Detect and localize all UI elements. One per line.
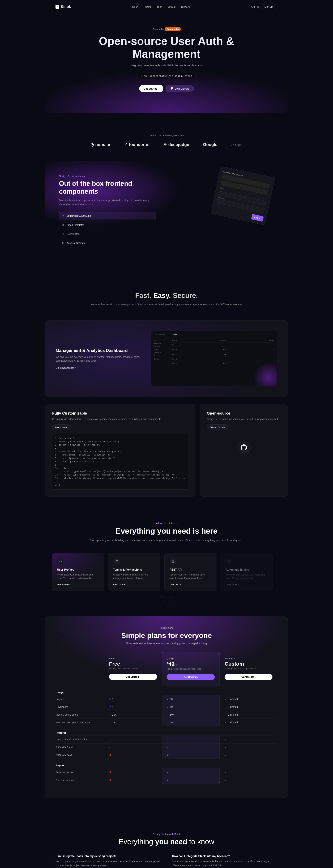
learn-more-link[interactable]: Learn More › bbox=[113, 583, 126, 586]
check-icon: ✓ bbox=[167, 706, 169, 708]
main-header: ≡ Stack Docs Pricing Blog Github Discord… bbox=[35, 0, 298, 13]
pricing-row: On-prem support✗✗✓ bbox=[56, 776, 277, 784]
customizable-card: Fully Customizable Customize on differen… bbox=[45, 404, 196, 497]
plan-free-button[interactable]: Get Started › bbox=[109, 674, 157, 680]
check-icon: ✓ bbox=[109, 706, 111, 708]
pricing-row: SSO with OAuth✓ ✓ ✓ bbox=[56, 743, 277, 751]
mail-icon: ✉ bbox=[226, 558, 233, 565]
pricing-cell: ✓ 1 bbox=[104, 703, 162, 711]
check-icon: ✓ bbox=[109, 746, 111, 749]
components-content: Next.js, React, and more Out of the box … bbox=[59, 175, 156, 247]
faq-answer: Yes! It is very straightforward! Stack d… bbox=[56, 860, 161, 867]
mail-icon: ✉ bbox=[62, 224, 65, 226]
pricing-cell: ✓ 1 bbox=[104, 695, 162, 703]
join-discord-button[interactable]: 💬 Join Discord bbox=[166, 85, 194, 92]
everything-eyebrow: All-in-one platform bbox=[83, 522, 250, 525]
hero-section: Backed by Combinator Open-source User Au… bbox=[45, 13, 288, 113]
yc-badge: Combinator bbox=[165, 27, 180, 31]
cross-icon: ✗ bbox=[167, 754, 169, 756]
install-command[interactable]: $ npx @stackframe/init-stack@latest bbox=[137, 72, 195, 79]
pricing-row-label: Developers bbox=[56, 703, 104, 711]
plan-growth-button[interactable]: Get Started › bbox=[167, 674, 215, 680]
logo[interactable]: ≡ Stack bbox=[56, 4, 71, 9]
pricing-cell: ✓ bbox=[220, 768, 277, 776]
pricing-cell: ✓ 10K bbox=[104, 711, 162, 718]
nav-blog[interactable]: Blog bbox=[157, 5, 162, 8]
logo-icon: ≡ bbox=[56, 5, 59, 9]
client-logos: ◔ nunu.ai ⚐ founderful ⚘ deepjudge Googl… bbox=[0, 142, 333, 147]
plan-enterprise-button[interactable]: Contact Us › bbox=[225, 674, 272, 680]
dashboard-desc: We give you the overview you always want… bbox=[56, 355, 144, 363]
pricing-section-label: Support bbox=[56, 759, 277, 768]
pricing-row-label: Custom SSO/OAuth branding bbox=[56, 736, 104, 743]
trusted-label: Used and trusted by engineers from bbox=[0, 134, 333, 136]
dashboard-card: Management & Analytics Dashboard We give… bbox=[45, 320, 288, 397]
cross-icon: ✗ bbox=[109, 771, 111, 774]
get-started-button[interactable]: Get Started › bbox=[139, 85, 163, 92]
nav-pricing[interactable]: Pricing bbox=[144, 5, 152, 8]
signin-link[interactable]: Sign in bbox=[251, 5, 259, 8]
pricing-desc: Either self-host for free, or use our re… bbox=[56, 642, 277, 645]
carousel-controls: ‹ › bbox=[0, 596, 333, 602]
opensource-desc: Own your user data, no vendor lock-in, s… bbox=[207, 417, 281, 421]
check-icon: ✓ bbox=[225, 706, 227, 708]
star-github-button[interactable]: Star on GitHub › bbox=[207, 425, 229, 430]
mock-login-button: Log In bbox=[251, 214, 264, 222]
check-icon: ✓ bbox=[225, 721, 227, 724]
everything-section: All-in-one platform Everything you need … bbox=[80, 501, 253, 553]
pricing-row: Projects✓ 1✓ 30✓ Unlimited bbox=[56, 695, 277, 703]
tab-email-templates[interactable]: ✉ Email Templates bbox=[59, 221, 156, 228]
pricing-row-label: Monthly active users bbox=[56, 711, 104, 718]
opensource-title: Open-source bbox=[207, 411, 281, 415]
signup-button[interactable]: Sign up ▾ bbox=[262, 4, 277, 9]
faq-item: How can I integrate Stack into my backen… bbox=[172, 855, 277, 867]
pricing-cell: ✓ Unlimited bbox=[220, 695, 277, 703]
nav-github[interactable]: Github bbox=[168, 5, 175, 8]
pricing-cell: ✓ bbox=[162, 744, 220, 751]
learn-more-button[interactable]: Learn More › bbox=[52, 425, 71, 430]
logo-deepjudge: ⚘ deepjudge bbox=[163, 142, 189, 147]
pricing-cell: ✗ bbox=[104, 776, 162, 784]
plan-growth: Growth $49/mo For growing startups and b… bbox=[162, 652, 220, 686]
tab-login[interactable]: ↪ Login with OAuth/Email bbox=[59, 212, 156, 219]
faq-question: Can I integrate Stack into my existing p… bbox=[56, 855, 161, 858]
discord-icon: 💬 bbox=[170, 87, 174, 90]
faq-item: Can I integrate Stack into my existing p… bbox=[56, 855, 161, 867]
plan-enterprise: Enterprise Custom For large teams and or… bbox=[220, 652, 277, 686]
check-icon: ✓ bbox=[225, 713, 227, 716]
carousel-prev-button[interactable]: ‹ bbox=[160, 596, 165, 602]
faq-question: How can I integrate Stack into my backen… bbox=[172, 855, 277, 858]
logo-nunu: ◔ nunu.ai bbox=[91, 142, 110, 147]
learn-more-link[interactable]: Learn More › bbox=[57, 583, 70, 586]
learn-more-link[interactable]: Learn More › bbox=[169, 583, 182, 586]
nav-docs[interactable]: Docs bbox=[132, 5, 138, 8]
pricing-cell: ✓ 10 bbox=[162, 703, 220, 711]
tab-user-button[interactable]: ⚇ User Button bbox=[59, 230, 156, 238]
pricing-cell: ✓ Unlimited bbox=[220, 711, 277, 718]
plan-free: Free Free For individuals and small team… bbox=[104, 652, 162, 686]
carousel-next-button[interactable]: › bbox=[168, 596, 173, 602]
pricing-cell: ✓ bbox=[104, 744, 162, 751]
components-title: Out of the box frontend components bbox=[59, 180, 156, 195]
pricing-row-label: Premium support bbox=[56, 768, 104, 776]
pricing-cell: ✓ bbox=[162, 768, 220, 776]
check-icon: ✓ bbox=[109, 698, 111, 701]
dashboard-title: Management & Analytics Dashboard bbox=[56, 348, 144, 353]
pricing-cell: ✗ bbox=[162, 751, 220, 759]
check-icon: ✓ bbox=[167, 738, 169, 741]
check-icon: ✓ bbox=[167, 721, 169, 724]
nav-discord[interactable]: Discord bbox=[181, 5, 190, 8]
dashboard-link[interactable]: Go to Dashboard › bbox=[56, 367, 76, 369]
pricing-cell: ✓ bbox=[220, 751, 277, 759]
code-sample: 1 "use client"; 2 import { useStackApp }… bbox=[52, 434, 188, 490]
pricing-cell: ✗ bbox=[104, 751, 162, 759]
dashboard-mockup: ☰ Dashboard Teams UsersProvidersSettings… bbox=[151, 331, 277, 386]
pricing-cell: ✗ bbox=[104, 736, 162, 743]
tab-account-settings[interactable]: ⚙ Account Settings bbox=[59, 240, 156, 247]
pricing-row: Max. members per organization✓ 25✓ 250✓ … bbox=[56, 718, 277, 726]
pricing-header: Pricing plans Simple plans for everyone … bbox=[56, 626, 277, 645]
pricing-cell: ✓ bbox=[220, 744, 277, 751]
chevron-right-icon: › bbox=[226, 426, 226, 428]
pricing-cell: ✓ Unlimited bbox=[220, 719, 277, 726]
learn-more-link[interactable]: Learn More › bbox=[226, 583, 238, 586]
